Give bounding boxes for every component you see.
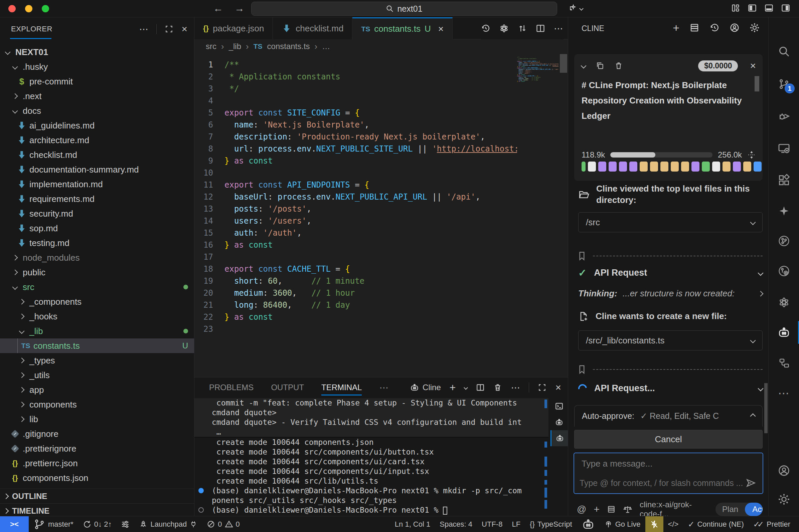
toggle-secondary-sidebar-icon[interactable] (781, 3, 790, 13)
tree-item-docs[interactable]: docs (0, 103, 194, 118)
terminal[interactable]: commit -m "feat: complete Phase 4 setup … (195, 398, 548, 516)
api-request-done-row[interactable]: ✓ API Request (578, 267, 763, 279)
tree-item-components[interactable]: components (0, 397, 194, 412)
send-icon[interactable] (745, 477, 757, 489)
tree-item-_lib[interactable]: _lib (0, 324, 194, 338)
tree-item-.next[interactable]: .next (0, 89, 194, 103)
activity-accounts[interactable] (768, 457, 799, 484)
panel-tabs-more-icon[interactable]: ⋯ (379, 382, 388, 393)
minimize-window-button[interactable] (25, 5, 32, 12)
delete-task-icon[interactable] (614, 61, 623, 70)
tree-item-pre-commit[interactable]: $pre-commit (0, 74, 194, 89)
mcp-servers-icon[interactable] (607, 505, 616, 514)
cline-settings-icon[interactable] (749, 23, 760, 33)
activity-cline[interactable] (768, 319, 799, 346)
activity-git-history[interactable] (768, 258, 799, 284)
split-editor-icon[interactable] (536, 24, 545, 33)
terminal-instance-cline2[interactable] (550, 430, 568, 446)
activity-remote-explorer[interactable] (768, 135, 799, 162)
tree-item-implementation.md[interactable]: implementation.md (0, 177, 194, 192)
plan-mode-button[interactable]: Plan (715, 502, 745, 516)
create-path-dropdown[interactable]: /src/_lib/constants.ts (578, 330, 763, 350)
toggle-sidebar-icon[interactable] (748, 3, 757, 13)
tree-item-documentation-summary.md[interactable]: documentation-summary.md (0, 162, 194, 177)
thinking-row[interactable]: Thinking: ...er structure is now created… (578, 288, 763, 299)
status-git-branch[interactable]: master* (29, 516, 78, 532)
breadcrumb-item[interactable]: src (206, 42, 216, 51)
tab-package.json[interactable]: {}package.json (195, 17, 273, 39)
add-context-icon[interactable]: + (594, 504, 600, 515)
collapse-task-icon[interactable] (581, 63, 586, 69)
task-title[interactable]: # CLine Prompt: Next.js Boilerplate Repo… (582, 77, 742, 124)
tree-item-.prettierrc.json[interactable]: {}.prettierrc.json (0, 456, 194, 471)
viewed-path-dropdown[interactable]: /src (578, 212, 763, 232)
tree-item-_components[interactable]: _components (0, 294, 194, 309)
status-indentation[interactable]: Spaces: 4 (435, 516, 477, 532)
breadcrumb-item[interactable]: … (322, 42, 330, 51)
status-lightning[interactable] (645, 516, 664, 532)
status-eol[interactable]: LF (507, 516, 525, 532)
close-panel-icon[interactable]: × (555, 382, 561, 393)
back-arrow-icon[interactable]: ← (213, 3, 223, 14)
breadcrumb-item[interactable]: constants.ts (267, 42, 310, 51)
tree-item-src[interactable]: src (0, 280, 194, 294)
cline-panel-scrollbar[interactable] (764, 383, 768, 433)
bookmark-icon[interactable] (577, 364, 587, 375)
tree-item-.prettierignore[interactable]: .prettierignore (0, 441, 194, 456)
remote-indicator[interactable]: >< (0, 516, 29, 532)
activity-openai[interactable] (768, 289, 799, 316)
editor-scrollbar[interactable] (559, 53, 568, 377)
focus-view-icon[interactable] (165, 25, 174, 33)
panel-tab-problems[interactable]: PROBLEMS (209, 378, 254, 398)
status-cline-status[interactable] (577, 516, 600, 532)
tree-item-checklist.md[interactable]: checklist.md (0, 148, 194, 162)
tree-item-components.json[interactable]: {}components.json (0, 471, 194, 485)
cline-terminal-profile[interactable]: Cline (410, 383, 441, 392)
activity-more[interactable]: ⋯ (768, 380, 799, 406)
activity-flowchart[interactable] (768, 350, 799, 377)
api-request-loading-row[interactable]: API Request... (578, 383, 763, 394)
status-sync[interactable]: 0↓ 2↑ (78, 516, 116, 532)
cline-new-task-icon[interactable]: + (673, 23, 679, 33)
close-window-button[interactable] (8, 5, 16, 12)
command-decoration-filled[interactable] (198, 488, 204, 493)
activity-extensions[interactable] (768, 167, 799, 194)
tree-item-testing.md[interactable]: testing.md (0, 235, 194, 250)
tree-item-lib[interactable]: lib (0, 412, 194, 426)
tree-item-architecture.md[interactable]: architecture.md (0, 133, 194, 148)
forward-arrow-icon[interactable]: → (235, 3, 244, 14)
tree-item-sop.md[interactable]: sop.md (0, 221, 194, 235)
tree-item-public[interactable]: public (0, 265, 194, 280)
tree-item-requirements.md[interactable]: requirements.md (0, 192, 194, 206)
breadcrumb[interactable]: src›_lib›TSconstants.ts›… (195, 39, 568, 53)
new-terminal-icon[interactable]: + (450, 381, 456, 394)
status-cursor-position[interactable]: Ln 1, Col 1 (390, 516, 435, 532)
status-encoding[interactable]: UTF-8 (477, 516, 507, 532)
tree-item-NEXT01[interactable]: NEXT01 (0, 45, 194, 59)
openai-icon[interactable] (499, 23, 509, 33)
activity-source-control[interactable]: 1 (768, 71, 799, 97)
command-decoration-hollow[interactable] (198, 507, 204, 513)
panel-more-actions-icon[interactable]: ⋯ (511, 382, 520, 393)
maximize-panel-icon[interactable] (538, 383, 546, 392)
tree-item-_hooks[interactable]: _hooks (0, 309, 194, 324)
cline-mcp-icon[interactable] (689, 23, 700, 33)
outline-section[interactable]: OUTLINE (0, 489, 194, 503)
tree-item-.husky[interactable]: .husky (0, 59, 194, 74)
customize-layout-icon[interactable] (731, 3, 740, 13)
status-continue[interactable]: ✓Continue (NE) (683, 516, 748, 532)
close-task-icon[interactable]: × (750, 60, 756, 72)
terminal-profile-chevron-icon[interactable] (464, 385, 468, 390)
tree-item-.gitignore[interactable]: .gitignore (0, 426, 194, 441)
cline-account-icon[interactable] (729, 23, 740, 33)
toggle-panel-icon[interactable] (764, 3, 774, 13)
timeline-history-icon[interactable] (481, 24, 490, 33)
status-code-runner[interactable]: </> (664, 516, 684, 532)
tree-item-_types[interactable]: _types (0, 353, 194, 368)
code-editor[interactable]: 1/**2 * Application constants3 */45expor… (195, 53, 517, 377)
activity-run-debug[interactable] (768, 103, 799, 130)
panel-tab-output[interactable]: OUTPUT (271, 378, 304, 398)
split-terminal-icon[interactable] (476, 383, 485, 392)
command-center-search[interactable]: next01 (251, 2, 557, 16)
status-problems[interactable]: 00 (202, 516, 244, 532)
